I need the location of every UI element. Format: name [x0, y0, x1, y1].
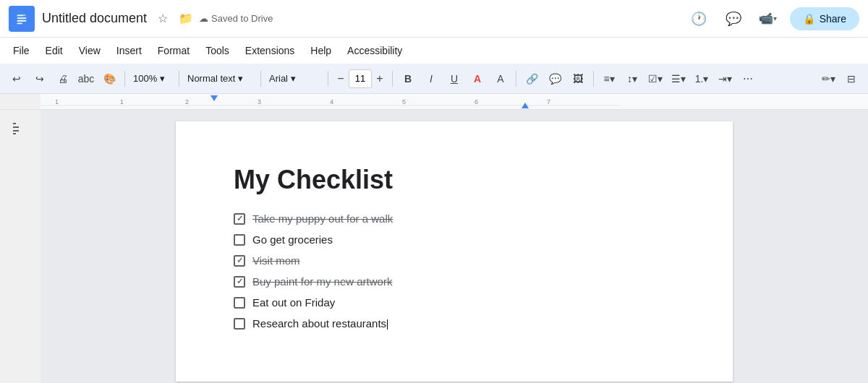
- svg-text:1: 1: [120, 98, 124, 106]
- svg-rect-4: [17, 22, 22, 24]
- star-button[interactable]: ☆: [153, 9, 173, 29]
- font-size-input[interactable]: [349, 69, 372, 88]
- zoom-select[interactable]: 100%▾: [129, 68, 174, 90]
- collapse-toolbar-button[interactable]: ⊟: [841, 68, 862, 90]
- italic-button[interactable]: I: [420, 68, 442, 90]
- menu-edit[interactable]: Edit: [38, 42, 70, 59]
- list-item: Eat out on Friday: [234, 296, 675, 309]
- indent-button[interactable]: ⇥▾: [714, 68, 736, 90]
- outline-button[interactable]: [7, 116, 33, 142]
- svg-text:1: 1: [55, 98, 59, 106]
- menu-format[interactable]: Format: [150, 42, 197, 59]
- list-item: Research about restaurants: [234, 317, 675, 330]
- style-select[interactable]: Normal text▾: [184, 68, 256, 90]
- history-button[interactable]: 🕐: [686, 6, 712, 32]
- menu-help[interactable]: Help: [303, 42, 339, 59]
- print-button[interactable]: 🖨: [52, 68, 74, 90]
- svg-text:4: 4: [330, 98, 333, 106]
- item-text-2[interactable]: Go get groceries: [252, 233, 333, 246]
- font-select[interactable]: Arial▾: [265, 68, 323, 90]
- ruler: 1 1 2 3 4 5 6 7: [41, 94, 868, 109]
- ruler-left-margin: [0, 94, 41, 109]
- item-text-1[interactable]: Take my puppy out for a walk: [252, 212, 393, 225]
- item-text-5[interactable]: Eat out on Friday: [252, 296, 335, 309]
- bulleted-list-button[interactable]: ☰▾: [668, 68, 689, 90]
- font-size-area: − +: [333, 68, 388, 90]
- page-title[interactable]: My Checklist: [234, 165, 675, 195]
- menu-bar: File Edit View Insert Format Tools Exten…: [0, 38, 868, 64]
- checklist: Take my puppy out for a walk Go get groc…: [234, 212, 675, 330]
- menu-tools[interactable]: Tools: [198, 42, 237, 59]
- checkbox-5[interactable]: [234, 297, 245, 309]
- item-text-3[interactable]: Visit mom: [252, 254, 300, 267]
- document-title[interactable]: Untitled document: [42, 11, 147, 26]
- checkbox-3[interactable]: [234, 255, 245, 267]
- more-options-button[interactable]: ⋯: [737, 68, 759, 90]
- svg-text:3: 3: [258, 98, 261, 106]
- left-sidebar: [0, 110, 41, 383]
- comments-button[interactable]: 💬: [720, 6, 746, 32]
- menu-insert[interactable]: Insert: [109, 42, 149, 59]
- align-button[interactable]: ≡▾: [598, 68, 620, 90]
- divider-7: [593, 71, 594, 87]
- insert-link-button[interactable]: 🔗: [521, 68, 542, 90]
- document-canvas[interactable]: My Checklist Take my puppy out for a wal…: [41, 110, 868, 383]
- text-cursor: [387, 319, 388, 330]
- checkbox-4[interactable]: [234, 276, 245, 288]
- undo-button[interactable]: ↩: [6, 68, 27, 90]
- insert-comment-button[interactable]: 💬: [544, 68, 566, 90]
- menu-file[interactable]: File: [6, 42, 37, 59]
- checkbox-1[interactable]: [234, 213, 245, 225]
- checklist-button[interactable]: ☑▾: [644, 68, 666, 90]
- svg-marker-16: [210, 95, 218, 101]
- divider-1: [124, 71, 125, 87]
- font-size-decrease[interactable]: −: [333, 68, 349, 90]
- title-bar-right: 🕐 💬 📹 ▾ 🔒 Share: [686, 6, 859, 32]
- menu-view[interactable]: View: [72, 42, 108, 59]
- svg-rect-20: [13, 130, 19, 132]
- list-item: Buy paint for my new artwork: [234, 275, 675, 288]
- redo-button[interactable]: ↪: [29, 68, 51, 90]
- svg-text:2: 2: [185, 98, 189, 106]
- folder-button[interactable]: 📁: [176, 9, 196, 29]
- menu-extensions[interactable]: Extensions: [238, 42, 302, 59]
- divider-2: [179, 71, 179, 87]
- divider-6: [516, 71, 516, 87]
- save-status: ☁ Saved to Drive: [199, 13, 273, 24]
- divider-3: [260, 71, 261, 87]
- main-area: My Checklist Take my puppy out for a wal…: [0, 110, 868, 383]
- highlight-button[interactable]: A: [490, 68, 511, 90]
- divider-5: [392, 71, 393, 87]
- spellcheck-button[interactable]: abc: [75, 68, 97, 90]
- text-color-button[interactable]: A: [467, 68, 488, 90]
- insert-image-button[interactable]: 🖼: [567, 68, 589, 90]
- bold-button[interactable]: B: [397, 68, 419, 90]
- svg-rect-21: [13, 133, 16, 134]
- menu-accessibility[interactable]: Accessibility: [340, 42, 409, 59]
- svg-text:7: 7: [547, 98, 550, 106]
- line-spacing-button[interactable]: ↕▾: [621, 68, 643, 90]
- divider-4: [328, 71, 328, 87]
- paint-format-button[interactable]: 🎨: [98, 68, 120, 90]
- share-button[interactable]: 🔒 Share: [790, 7, 859, 30]
- svg-rect-19: [13, 126, 19, 128]
- title-section: Untitled document ☆ 📁 ☁ Saved to Drive: [42, 9, 686, 29]
- list-item: Visit mom: [234, 254, 675, 267]
- list-item: Go get groceries: [234, 233, 675, 246]
- checkbox-6[interactable]: [234, 318, 245, 330]
- svg-text:6: 6: [475, 98, 478, 106]
- title-bar: Untitled document ☆ 📁 ☁ Saved to Drive 🕐…: [0, 0, 868, 38]
- pen-mode-button[interactable]: ✏▾: [817, 68, 839, 90]
- checkbox-2[interactable]: [234, 234, 245, 246]
- lock-icon: 🔒: [803, 13, 815, 25]
- font-size-increase[interactable]: +: [372, 68, 388, 90]
- item-text-6[interactable]: Research about restaurants: [252, 317, 388, 330]
- numbered-list-button[interactable]: 1.▾: [691, 68, 712, 90]
- cloud-icon: ☁: [199, 13, 208, 24]
- svg-text:5: 5: [402, 98, 406, 106]
- videocall-button[interactable]: 📹 ▾: [755, 6, 781, 32]
- item-text-4[interactable]: Buy paint for my new artwork: [252, 275, 392, 288]
- underline-button[interactable]: U: [443, 68, 465, 90]
- svg-rect-1: [17, 14, 24, 16]
- svg-rect-2: [17, 17, 27, 19]
